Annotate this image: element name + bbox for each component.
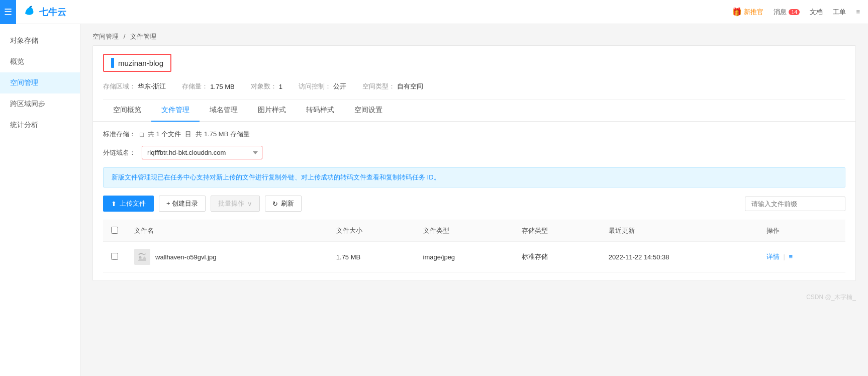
bucket-dot [111,58,114,68]
gift-icon: 🎁 [732,7,742,17]
filename: wallhaven-o59gvl.jpg [155,253,216,261]
row-actions-cell: 详情 | ≡ [758,242,845,272]
nav-new-btn[interactable]: 🎁 新推官 [732,7,763,17]
new-label: 新推官 [744,8,763,17]
col-filesize: 文件大小 [328,220,415,242]
logo-icon [22,4,36,20]
file-count-text: 共 1 个文件 [148,130,181,139]
refresh-icon: ↻ [272,200,278,208]
space-type-label: 空间类型： [362,82,395,91]
upload-icon: ⬆ [111,200,117,208]
col-filename: 文件名 [126,220,328,242]
sidebar-item-cross-region[interactable]: 跨区域同步 [0,93,80,115]
breadcrumb-sep: / [124,33,127,40]
tab-overview[interactable]: 空间概览 [103,100,151,122]
bucket-name-box: muzinan-blog [103,54,171,72]
access-control-value: 公开 [333,82,346,91]
nav-tools-link[interactable]: 工单 [833,8,846,17]
file-icon: □ [140,131,144,138]
info-storage-region: 存储区域： 华东-浙江 [103,82,166,91]
toolbar-right [745,197,845,211]
filetype: image/jpeg [423,253,455,261]
bucket-name: muzinan-blog [118,59,163,67]
file-table: 文件名 文件大小 文件类型 存储类型 [103,220,845,272]
tab-transcode-style[interactable]: 转码样式 [296,100,344,122]
sidebar-item-stats[interactable]: 统计分析 [0,115,80,136]
nav-right: 🎁 新推官 消息 14 文档 工单 ≡ [732,7,860,17]
external-domain-select[interactable]: rlqfffbtr.hd-bkt.clouddn.com [142,146,262,159]
standard-storage-info: 标准存储： □ 共 1 个文件 目 共 1.75 MB 存储量 [103,130,845,139]
storage-size-text: 共 1.75 MB 存储量 [196,130,250,139]
create-dir-button[interactable]: + 创建目录 [159,196,206,212]
batch-ops-label: 批量操作 [218,199,244,208]
storage-type: 标准存储 [522,253,548,260]
logo-text: 七牛云 [39,6,66,18]
table-header-row: 文件名 文件大小 文件类型 存储类型 [103,220,845,242]
create-dir-label: + 创建目录 [166,199,198,208]
filesize: 1.75 MB [336,253,360,261]
row-checkbox-cell [103,242,126,272]
tab-space-settings[interactable]: 空间设置 [344,100,393,122]
standard-storage-label: 标准存储： [103,130,136,139]
storage-size-label: 存储量： [182,82,208,91]
info-storage-size: 存储量： 1.75 MB [182,82,234,91]
table-row: wallhaven-o59gvl.jpg 1.75 MB image/jpeg … [103,242,845,272]
col-last-updated: 最近更新 [601,220,758,242]
last-updated: 2022-11-22 14:50:38 [609,253,669,261]
refresh-button[interactable]: ↻ 刷新 [265,196,302,212]
tab-domain-management[interactable]: 域名管理 [200,100,248,122]
row-filename-cell: wallhaven-o59gvl.jpg [126,242,328,272]
hamburger-icon[interactable]: ☰ [0,0,16,24]
nav-message-btn[interactable]: 消息 14 [774,8,800,17]
upload-file-button[interactable]: ⬆ 上传文件 [103,196,154,212]
refresh-label: 刷新 [281,199,294,208]
info-banner: 新版文件管理现已在任务中心支持对新上传的文件进行复制外链、对上传成功的转码文件查… [103,167,845,187]
file-section: 标准存储： □ 共 1 个文件 目 共 1.75 MB 存储量 外链域名： rl… [103,122,845,272]
main-layout: 对象存储 概览 空间管理 跨区域同步 统计分析 空间管理 / 文件管理 muzi… [0,24,868,376]
row-filetype-cell: image/jpeg [415,242,514,272]
access-control-label: 访问控制： [299,82,331,91]
toolbar: ⬆ 上传文件 + 创建目录 批量操作 ∨ ↻ 刷新 [103,196,845,212]
header-checkbox[interactable] [111,227,118,234]
search-input[interactable] [745,197,845,211]
upload-label: 上传文件 [120,199,146,208]
row-storage-type-cell: 标准存储 [514,242,601,272]
nav-left: ☰ 七牛云 [8,0,66,24]
nav-more-link[interactable]: ≡ [856,8,860,16]
sidebar-item-overview[interactable]: 概览 [0,51,80,72]
logo: 七牛云 [22,4,66,20]
tab-image-style[interactable]: 图片样式 [248,100,296,122]
sidebar: 对象存储 概览 空间管理 跨区域同步 统计分析 [0,24,80,376]
message-badge: 14 [789,9,800,15]
object-count-value: 1 [279,83,282,90]
tab-file-management[interactable]: 文件管理 [151,100,200,122]
row-last-updated-cell: 2022-11-22 14:50:38 [601,242,758,272]
breadcrumb: 空间管理 / 文件管理 [80,24,868,45]
external-domain-label: 外链域名： [103,148,136,157]
nav-docs-link[interactable]: 文档 [810,8,823,17]
top-nav: ☰ 七牛云 🎁 新推官 消息 14 文档 工单 ≡ [0,0,868,24]
file-name-cell: wallhaven-o59gvl.jpg [134,249,320,265]
breadcrumb-parent: 空间管理 [92,33,119,40]
action-more-link[interactable]: ≡ [789,253,793,260]
row-checkbox[interactable] [111,253,118,260]
dir-icon: 目 [185,130,191,139]
footer-note-text: CSDN @_木字楠_ [806,294,856,301]
file-thumb [134,249,150,265]
sidebar-item-object-storage[interactable]: 对象存储 [0,30,80,51]
batch-ops-button[interactable]: 批量操作 ∨ [211,196,260,212]
breadcrumb-current: 文件管理 [130,33,156,40]
info-banner-text: 新版文件管理现已在任务中心支持对新上传的文件进行复制外链、对上传成功的转码文件查… [112,173,440,181]
message-label: 消息 [774,8,787,17]
footer-note: CSDN @_木字楠_ [80,289,868,306]
content-card: muzinan-blog 存储区域： 华东-浙江 存储量： 1.75 MB 对象… [92,45,856,281]
action-detail-link[interactable]: 详情 [766,253,780,260]
sidebar-item-space-management[interactable]: 空间管理 [0,72,80,93]
external-domain-row: 外链域名： rlqfffbtr.hd-bkt.clouddn.com [103,146,845,159]
storage-region-label: 存储区域： [103,82,136,91]
info-space-type: 空间类型： 自有空间 [362,82,423,91]
col-storage-type: 存储类型 [514,220,601,242]
row-filesize-cell: 1.75 MB [328,242,415,272]
tabs: 空间概览 文件管理 域名管理 图片样式 转码样式 空间设置 [93,100,855,122]
batch-ops-arrow: ∨ [247,200,252,208]
